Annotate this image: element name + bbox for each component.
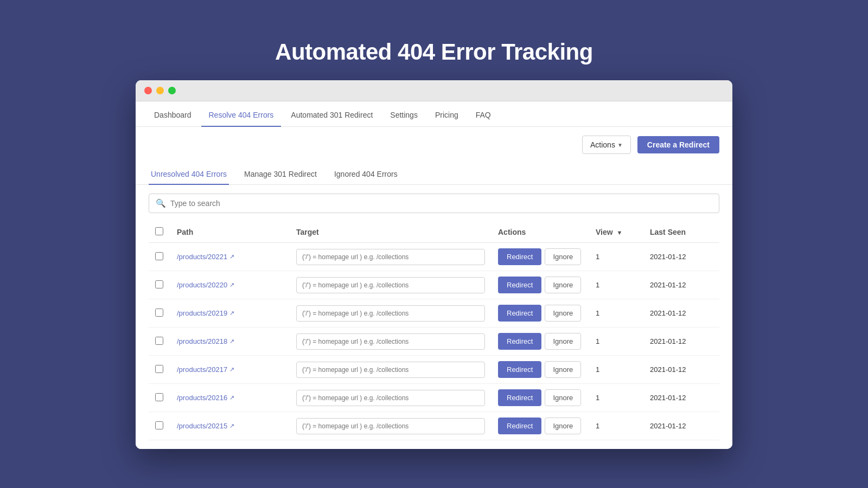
close-dot[interactable] [144, 87, 152, 94]
row-last-seen: 2021-01-12 [643, 299, 719, 328]
redirect-button[interactable]: Redirect [498, 277, 541, 293]
search-input-wrap: 🔍 [149, 194, 719, 213]
external-link-icon: ↗ [229, 422, 234, 429]
action-buttons: Redirect Ignore [498, 418, 583, 434]
col-header-target: Target [290, 222, 492, 243]
row-actions-cell: Redirect Ignore [492, 243, 589, 271]
ignore-button[interactable]: Ignore [545, 277, 581, 293]
external-link-icon: ↗ [229, 281, 234, 288]
action-buttons: Redirect Ignore [498, 361, 583, 378]
tab-faq[interactable]: FAQ [468, 102, 499, 127]
row-target-cell [290, 384, 492, 412]
col-header-view[interactable]: View ▼ [589, 222, 643, 243]
table-row: /products/20220 ↗ Redirect Ignore 1 2021… [149, 271, 719, 299]
row-last-seen: 2021-01-12 [643, 243, 719, 271]
path-text: /products/20218 [177, 337, 227, 345]
titlebar [136, 80, 732, 101]
row-last-seen: 2021-01-12 [643, 412, 719, 440]
target-input[interactable] [296, 333, 485, 350]
table-row: /products/20217 ↗ Redirect Ignore 1 2021… [149, 356, 719, 384]
sub-tabs: Unresolved 404 Errors Manage 301 Redirec… [136, 163, 732, 185]
tab-resolve-404[interactable]: Resolve 404 Errors [201, 102, 282, 127]
redirect-button[interactable]: Redirect [498, 389, 541, 406]
target-input[interactable] [296, 418, 485, 434]
row-checkbox[interactable] [155, 309, 163, 317]
row-checkbox-cell [149, 356, 170, 384]
tab-dashboard[interactable]: Dashboard [146, 102, 199, 127]
row-checkbox[interactable] [155, 365, 163, 373]
target-input[interactable] [296, 390, 485, 406]
target-input[interactable] [296, 249, 485, 265]
path-link[interactable]: /products/20216 ↗ [177, 394, 283, 402]
path-link[interactable]: /products/20218 ↗ [177, 337, 283, 345]
path-link[interactable]: /products/20215 ↗ [177, 422, 283, 430]
search-input[interactable] [170, 199, 712, 208]
path-link[interactable]: /products/20221 ↗ [177, 253, 283, 261]
tab-settings[interactable]: Settings [382, 102, 425, 127]
action-buttons: Redirect Ignore [498, 305, 583, 322]
path-text: /products/20220 [177, 281, 227, 289]
path-text: /products/20221 [177, 253, 227, 261]
ignore-button[interactable]: Ignore [545, 248, 581, 265]
row-last-seen: 2021-01-12 [643, 271, 719, 299]
row-checkbox[interactable] [155, 280, 163, 288]
row-actions-cell: Redirect Ignore [492, 328, 589, 356]
row-checkbox-cell [149, 328, 170, 356]
row-view-count: 1 [589, 384, 643, 412]
row-checkbox-cell [149, 384, 170, 412]
table-row: /products/20215 ↗ Redirect Ignore 1 2021… [149, 412, 719, 440]
ignore-button[interactable]: Ignore [545, 389, 581, 406]
actions-dropdown-button[interactable]: Actions ▼ [582, 136, 631, 154]
toolbar: Actions ▼ Create a Redirect [136, 127, 732, 163]
sub-tab-unresolved[interactable]: Unresolved 404 Errors [149, 163, 229, 185]
search-icon: 🔍 [156, 198, 166, 208]
ignore-button[interactable]: Ignore [545, 361, 581, 378]
path-text: /products/20216 [177, 394, 227, 402]
tab-automated-301[interactable]: Automated 301 Redirect [283, 102, 380, 127]
ignore-button[interactable]: Ignore [545, 305, 581, 322]
redirect-button[interactable]: Redirect [498, 361, 541, 378]
row-checkbox-cell [149, 299, 170, 328]
path-link[interactable]: /products/20220 ↗ [177, 281, 283, 289]
target-input[interactable] [296, 305, 485, 322]
sub-tab-ignored[interactable]: Ignored 404 Errors [332, 163, 400, 185]
target-input[interactable] [296, 277, 485, 293]
create-redirect-button[interactable]: Create a Redirect [637, 136, 719, 153]
table-row: /products/20218 ↗ Redirect Ignore 1 2021… [149, 328, 719, 356]
window-content: Dashboard Resolve 404 Errors Automated 3… [136, 101, 732, 449]
maximize-dot[interactable] [168, 87, 176, 94]
path-link[interactable]: /products/20217 ↗ [177, 365, 283, 374]
actions-label: Actions [590, 140, 615, 149]
row-view-count: 1 [589, 356, 643, 384]
row-checkbox[interactable] [155, 421, 163, 429]
external-link-icon: ↗ [229, 253, 234, 260]
table-row: /products/20216 ↗ Redirect Ignore 1 2021… [149, 384, 719, 412]
tab-pricing[interactable]: Pricing [427, 102, 466, 127]
row-checkbox[interactable] [155, 393, 163, 401]
row-checkbox-cell [149, 271, 170, 299]
path-link[interactable]: /products/20219 ↗ [177, 309, 283, 317]
redirect-button[interactable]: Redirect [498, 305, 541, 322]
row-path-cell: /products/20217 ↗ [170, 356, 290, 384]
ignore-button[interactable]: Ignore [545, 418, 581, 434]
ignore-button[interactable]: Ignore [545, 333, 581, 350]
minimize-dot[interactable] [156, 87, 164, 94]
path-text: /products/20215 [177, 422, 227, 430]
row-checkbox[interactable] [155, 252, 163, 260]
sub-tab-manage-301[interactable]: Manage 301 Redirect [242, 163, 319, 185]
redirect-button[interactable]: Redirect [498, 248, 541, 265]
row-checkbox[interactable] [155, 337, 163, 345]
row-view-count: 1 [589, 412, 643, 440]
redirect-button[interactable]: Redirect [498, 418, 541, 434]
row-path-cell: /products/20215 ↗ [170, 412, 290, 440]
action-buttons: Redirect Ignore [498, 333, 583, 350]
select-all-checkbox[interactable] [155, 227, 163, 235]
target-input[interactable] [296, 362, 485, 378]
row-checkbox-cell [149, 412, 170, 440]
path-text: /products/20217 [177, 365, 227, 374]
row-actions-cell: Redirect Ignore [492, 384, 589, 412]
row-target-cell [290, 299, 492, 328]
row-path-cell: /products/20219 ↗ [170, 299, 290, 328]
row-checkbox-cell [149, 243, 170, 271]
redirect-button[interactable]: Redirect [498, 333, 541, 350]
